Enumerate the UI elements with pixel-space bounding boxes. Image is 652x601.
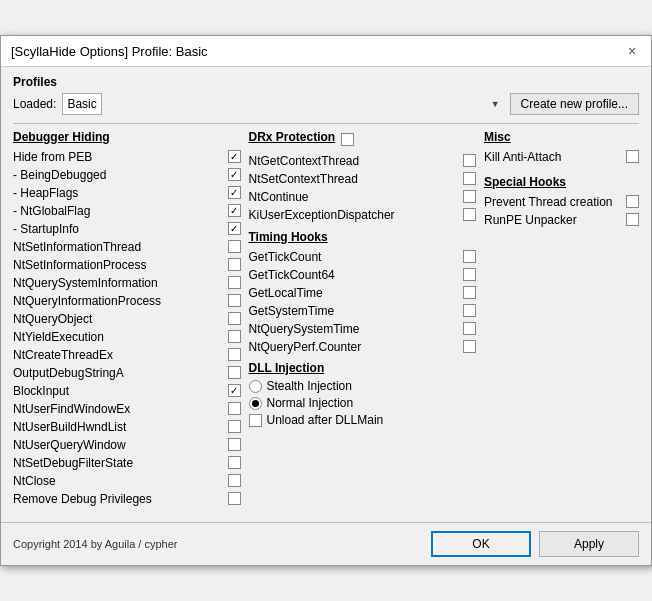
debugger-item-label: BlockInput [13, 384, 69, 398]
debugger-item-row: Hide from PEB [13, 148, 241, 165]
debugger-item-checkbox[interactable] [228, 150, 241, 163]
debugger-item-label: NtSetInformationProcess [13, 258, 146, 272]
debugger-item-checkbox[interactable] [228, 168, 241, 181]
debugger-item-label: NtUserFindWindowEx [13, 402, 130, 416]
dll-options-list: Stealth Injection Normal Injection [249, 379, 477, 410]
drx-item-label: KiUserExceptionDispatcher [249, 208, 395, 222]
special-item-label: RunPE Unpacker [484, 213, 577, 227]
debugger-item-checkbox[interactable] [228, 330, 241, 343]
footer-buttons: OK Apply [431, 531, 639, 557]
debugger-item-row: NtQueryInformationProcess [13, 292, 241, 309]
main-window: [ScyllaHide Options] Profile: Basic × Pr… [0, 35, 652, 566]
debugger-item-checkbox[interactable] [228, 384, 241, 397]
drx-panel: DRx Protection NtGetContextThread NtSetC… [249, 130, 477, 224]
debugger-item-label: Hide from PEB [13, 150, 92, 164]
debugger-item-label: NtQueryInformationProcess [13, 294, 161, 308]
debugger-item-checkbox[interactable] [228, 294, 241, 307]
drx-item-label: NtSetContextThread [249, 172, 358, 186]
timing-items-list: GetTickCount GetTickCount64 GetLocalTime… [249, 248, 477, 355]
debugger-item-row: NtQueryObject [13, 310, 241, 327]
misc-item-checkbox[interactable] [626, 150, 639, 163]
debugger-item-checkbox[interactable] [228, 438, 241, 451]
debugger-item-row: NtUserFindWindowEx [13, 400, 241, 417]
debugger-item-checkbox[interactable] [228, 204, 241, 217]
debugger-items-list: Hide from PEB - BeingDebugged - HeapFlag… [13, 148, 241, 507]
debugger-item-checkbox[interactable] [228, 456, 241, 469]
loaded-label: Loaded: [13, 97, 56, 111]
debugger-item-checkbox[interactable] [228, 420, 241, 433]
debugger-item-label: NtYieldExecution [13, 330, 104, 344]
dll-option-row: Normal Injection [249, 396, 477, 410]
drx-item-row: KiUserExceptionDispatcher [249, 206, 477, 223]
timing-item-row: GetLocalTime [249, 284, 477, 301]
debugger-item-checkbox[interactable] [228, 366, 241, 379]
timing-item-row: GetTickCount [249, 248, 477, 265]
title-bar: [ScyllaHide Options] Profile: Basic × [1, 36, 651, 67]
timing-item-label: NtQuerySystemTime [249, 322, 360, 336]
drx-item-row: NtGetContextThread [249, 152, 477, 169]
debugger-item-label: NtUserBuildHwndList [13, 420, 126, 434]
debugger-item-checkbox[interactable] [228, 492, 241, 505]
debugger-item-row: NtSetDebugFilterState [13, 454, 241, 471]
dll-injection-panel: DLL Injection Stealth Injection Normal I… [249, 361, 477, 427]
timing-item-checkbox[interactable] [463, 322, 476, 335]
debugger-item-checkbox[interactable] [228, 186, 241, 199]
timing-item-checkbox[interactable] [463, 304, 476, 317]
misc-item-label: Kill Anti-Attach [484, 150, 561, 164]
debugger-item-label: NtSetDebugFilterState [13, 456, 133, 470]
window-title: [ScyllaHide Options] Profile: Basic [11, 44, 208, 59]
drx-main-checkbox[interactable] [341, 133, 354, 146]
special-hooks-title: Special Hooks [484, 175, 639, 189]
debugger-item-checkbox[interactable] [228, 402, 241, 415]
debugger-item-label: NtClose [13, 474, 56, 488]
profile-select[interactable]: Basic [62, 93, 102, 115]
debugger-item-checkbox[interactable] [228, 474, 241, 487]
debugger-item-label: NtSetInformationThread [13, 240, 141, 254]
dll-radio[interactable] [249, 380, 262, 393]
debugger-item-checkbox[interactable] [228, 240, 241, 253]
debugger-item-label: OutputDebugStringA [13, 366, 124, 380]
drx-item-checkbox[interactable] [463, 154, 476, 167]
profiles-row: Loaded: Basic ▼ Create new profile... [13, 93, 639, 115]
drx-item-checkbox[interactable] [463, 208, 476, 221]
debugger-item-row: NtYieldExecution [13, 328, 241, 345]
debugger-item-checkbox[interactable] [228, 222, 241, 235]
debugger-item-row: BlockInput [13, 382, 241, 399]
drx-item-checkbox[interactable] [463, 190, 476, 203]
debugger-item-checkbox[interactable] [228, 276, 241, 289]
drx-item-checkbox[interactable] [463, 172, 476, 185]
apply-button[interactable]: Apply [539, 531, 639, 557]
close-button[interactable]: × [623, 42, 641, 60]
timing-item-label: NtQueryPerf.Counter [249, 340, 362, 354]
timing-item-row: GetTickCount64 [249, 266, 477, 283]
dll-radio[interactable] [249, 397, 262, 410]
debugger-item-row: - BeingDebugged [13, 166, 241, 183]
timing-item-label: GetLocalTime [249, 286, 323, 300]
debugger-item-row: NtCreateThreadEx [13, 346, 241, 363]
special-item-checkbox[interactable] [626, 213, 639, 226]
special-item-row: Prevent Thread creation [484, 193, 639, 210]
debugger-item-label: - HeapFlags [13, 186, 78, 200]
timing-item-checkbox[interactable] [463, 286, 476, 299]
middle-panel: DRx Protection NtGetContextThread NtSetC… [249, 130, 477, 508]
profile-combo-wrapper: Basic ▼ [62, 93, 503, 115]
debugger-item-checkbox[interactable] [228, 348, 241, 361]
timing-item-checkbox[interactable] [463, 268, 476, 281]
unload-checkbox[interactable] [249, 414, 262, 427]
timing-item-row: NtQuerySystemTime [249, 320, 477, 337]
debugger-item-checkbox[interactable] [228, 312, 241, 325]
ok-button[interactable]: OK [431, 531, 531, 557]
debugger-item-label: - StartupInfo [13, 222, 79, 236]
special-item-label: Prevent Thread creation [484, 195, 613, 209]
timing-item-checkbox[interactable] [463, 250, 476, 263]
create-profile-button[interactable]: Create new profile... [510, 93, 639, 115]
drx-title: DRx Protection [249, 130, 336, 144]
special-item-checkbox[interactable] [626, 195, 639, 208]
debugger-item-label: - BeingDebugged [13, 168, 106, 182]
timing-item-checkbox[interactable] [463, 340, 476, 353]
debugger-item-checkbox[interactable] [228, 258, 241, 271]
combo-arrow-icon: ▼ [491, 99, 500, 109]
unload-label: Unload after DLLMain [267, 413, 384, 427]
debugger-item-row: OutputDebugStringA [13, 364, 241, 381]
misc-items-list: Kill Anti-Attach [484, 148, 639, 165]
